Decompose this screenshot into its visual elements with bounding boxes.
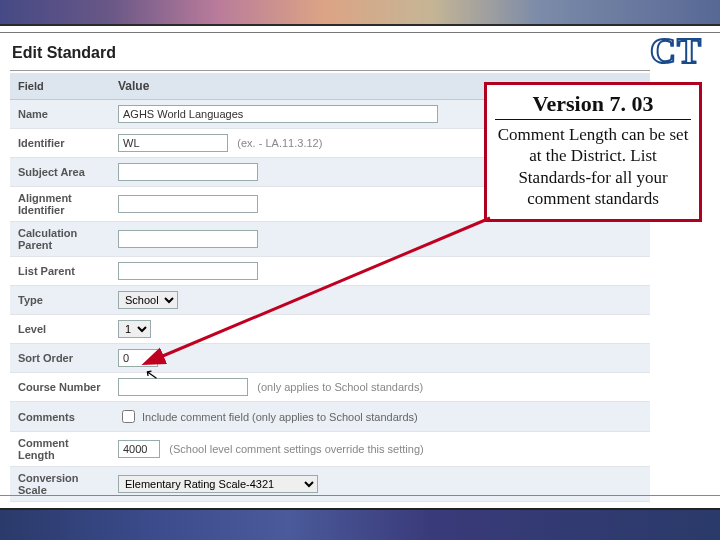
label-list-parent: List Parent [10, 257, 110, 286]
header-field: Field [10, 73, 110, 100]
panel-title: Edit Standard [10, 38, 650, 71]
type-select[interactable]: School [118, 291, 178, 309]
comment-length-hint: (School level comment settings override … [169, 443, 423, 455]
decorative-top-bar [0, 0, 720, 26]
alignment-identifier-input[interactable] [118, 195, 258, 213]
calc-parent-input[interactable] [118, 230, 258, 248]
row-list-parent: List Parent [10, 257, 650, 286]
name-input[interactable] [118, 105, 438, 123]
label-course-number: Course Number [10, 373, 110, 402]
label-comments: Comments [10, 402, 110, 432]
label-calc-parent: Calculation Parent [10, 222, 110, 257]
label-comment-length: Comment Length [10, 432, 110, 467]
decorative-bottom-bar [0, 508, 720, 540]
label-alignment-identifier: Alignment Identifier [10, 187, 110, 222]
ct-logo: CT [650, 30, 702, 72]
row-sort-order: Sort Order [10, 344, 650, 373]
label-type: Type [10, 286, 110, 315]
row-comment-length: Comment Length (School level comment set… [10, 432, 650, 467]
divider-bottom [0, 495, 720, 496]
row-course-number: Course Number (only applies to School st… [10, 373, 650, 402]
row-type: Type School [10, 286, 650, 315]
label-level: Level [10, 315, 110, 344]
identifier-input[interactable] [118, 134, 228, 152]
label-sort-order: Sort Order [10, 344, 110, 373]
comments-checkbox[interactable] [122, 410, 135, 423]
level-select[interactable]: 1 [118, 320, 151, 338]
row-comments: Comments Include comment field (only app… [10, 402, 650, 432]
comment-length-input[interactable] [118, 440, 160, 458]
label-conversion-scale: Conversion Scale [10, 467, 110, 502]
row-calc-parent: Calculation Parent [10, 222, 650, 257]
conversion-scale-select[interactable]: Elementary Rating Scale-4321 [118, 475, 318, 493]
comments-chk-label: Include comment field (only applies to S… [142, 411, 418, 423]
label-identifier: Identifier [10, 129, 110, 158]
course-number-hint: (only applies to School standards) [257, 381, 423, 393]
row-conversion-scale: Conversion Scale Elementary Rating Scale… [10, 467, 650, 502]
identifier-hint: (ex. - LA.11.3.12) [237, 137, 322, 149]
row-level: Level 1 [10, 315, 650, 344]
callout-version: Version 7. 03 [495, 91, 691, 120]
divider [0, 32, 720, 33]
list-parent-input[interactable] [118, 262, 258, 280]
callout-box: Version 7. 03 Comment Length can be set … [484, 82, 702, 222]
label-subject-area: Subject Area [10, 158, 110, 187]
course-number-input[interactable] [118, 378, 248, 396]
subject-area-input[interactable] [118, 163, 258, 181]
label-name: Name [10, 100, 110, 129]
callout-body: Comment Length can be set at the Distric… [495, 124, 691, 209]
